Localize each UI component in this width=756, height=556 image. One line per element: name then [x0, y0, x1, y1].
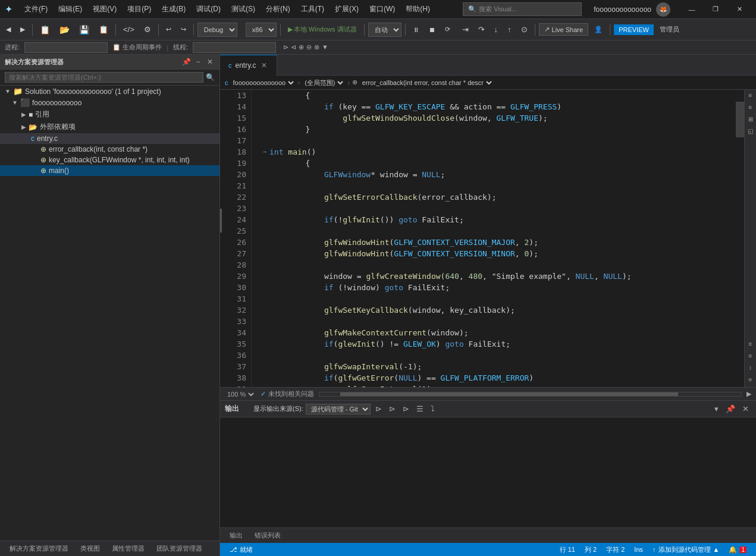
right-icon-6[interactable]: ≡ [745, 353, 756, 363]
editor-tab-entryc[interactable]: c entry.c ✕ [220, 55, 277, 76]
process-input[interactable] [24, 42, 108, 53]
menu-item[interactable]: 扩展(X) [330, 2, 363, 17]
thread-btn4[interactable]: ⊖ [306, 43, 312, 51]
undo-button[interactable]: ↩ [162, 24, 175, 35]
open-file-button[interactable]: 📂 [56, 23, 73, 36]
menu-item[interactable]: 视图(V) [88, 2, 121, 17]
debug-pause-button[interactable]: ⏸ [409, 24, 423, 35]
user-profile-button[interactable]: 👤 [591, 24, 606, 35]
output-action-clear[interactable]: ☰ [414, 403, 426, 414]
debug-step1-button[interactable]: ⇥ [459, 23, 472, 36]
thread-btn5[interactable]: ⊗ [314, 43, 319, 51]
sidebar-item-project[interactable]: ▼ ⬛ foooooooooooo [0, 97, 219, 108]
right-icon-1[interactable]: ≡ [745, 92, 756, 103]
redo-button[interactable]: ↪ [177, 24, 190, 35]
platform-select[interactable]: x86 [246, 23, 277, 37]
sidebar-bottom-tab-classview[interactable]: 类视图 [76, 542, 105, 555]
search-box[interactable]: 🔍 搜索 Visual... [463, 2, 582, 16]
output-minimize-icon[interactable]: ▾ [712, 403, 721, 414]
maximize-button[interactable]: ❐ [704, 0, 727, 19]
user-avatar[interactable]: 🦊 [656, 2, 670, 17]
right-icon-5[interactable]: ≡ [745, 341, 756, 351]
debug-step3-button[interactable]: ↓ [491, 23, 502, 36]
debug-stop-button[interactable]: ⏹ [425, 24, 439, 35]
nav-back-button[interactable]: ◀ [2, 24, 14, 35]
entryc-tab-close[interactable]: ✕ [260, 61, 268, 70]
status-notification[interactable]: 🔔 1 [724, 543, 751, 556]
breadcrumb-scope-select[interactable]: (全局范围) [302, 78, 345, 87]
debug-config-select[interactable]: Debug [197, 23, 237, 37]
menu-item[interactable]: 工具(T) [296, 2, 329, 17]
right-icon-7[interactable]: ↕ [745, 365, 756, 375]
sidebar-item-main[interactable]: ⊕ main() [0, 165, 219, 176]
close-button[interactable]: ✕ [727, 0, 751, 19]
sidebar-close-icon[interactable]: ✕ [205, 57, 215, 67]
sidebar-bottom-tab-solution[interactable]: 解决方案资源管理器 [5, 542, 73, 555]
thread-btn3[interactable]: ⊕ [299, 43, 304, 51]
breadcrumb-symbol-select[interactable]: error_callback(int error, const char * d… [360, 78, 494, 87]
debug-step2-button[interactable]: ↷ [475, 23, 488, 36]
properties-button[interactable]: ⚙ [140, 23, 155, 36]
horizontal-scrollbar[interactable] [319, 392, 742, 397]
right-icon-3[interactable]: ⊞ [745, 116, 756, 127]
output-action-3[interactable]: ⊳ [400, 403, 412, 414]
status-char[interactable]: 字符 2 [601, 543, 629, 556]
zoom-select[interactable]: 100 % [225, 390, 256, 398]
thread-btn6[interactable]: ▼ [322, 43, 328, 51]
output-content[interactable] [220, 417, 756, 527]
status-git-item[interactable]: ⎇ 就绪 [225, 543, 258, 556]
menu-item[interactable]: 调试(D) [192, 2, 225, 17]
manage-button[interactable]: 管理员 [656, 23, 683, 36]
sidebar-bottom-tab-teamexp[interactable]: 团队资源管理器 [152, 542, 207, 555]
code-content[interactable]: { if (key == GLFW_KEY_ESCAPE && action =… [252, 90, 736, 387]
thread-btn1[interactable]: ⊳ [283, 43, 288, 51]
source-control-button[interactable]: </> [120, 23, 138, 36]
sidebar-collapse-icon[interactable]: − [193, 57, 203, 67]
debug-restart-button[interactable]: ⟳ [441, 24, 454, 35]
auto-select[interactable]: 自动 [368, 23, 401, 37]
editor-right-scrollbar[interactable] [736, 90, 744, 387]
right-icon-2[interactable]: ≡ [745, 104, 756, 115]
preview-button[interactable]: PREVIEW [614, 24, 654, 35]
menu-item[interactable]: 文件(F) [20, 2, 52, 17]
save-all-button[interactable]: 📋 [95, 23, 112, 36]
output-tab-output[interactable]: 输出 [225, 529, 247, 542]
debug-step4-button[interactable]: ↑ [504, 23, 515, 36]
menu-item[interactable]: 编辑(E) [54, 2, 87, 17]
scroll-right-btn[interactable]: ▶ [746, 390, 751, 398]
menu-item[interactable]: 项目(P) [123, 2, 156, 17]
lifecycle-btn[interactable]: 📋 生命周期事件 [112, 43, 162, 52]
menu-item[interactable]: 测试(S) [227, 2, 260, 17]
sidebar-item-entryc[interactable]: c entry.c [0, 133, 219, 144]
new-file-button[interactable]: 📋 [36, 23, 54, 36]
sidebar-item-error-cb[interactable]: ⊕ error_callback(int, const char *) [0, 144, 219, 155]
sidebar-item-refs[interactable]: ▶ ■ 引用 [0, 108, 219, 121]
status-add-source[interactable]: ↑ 添加到源代码管理 ▲ [648, 543, 724, 556]
sidebar-item-key-cb[interactable]: ⊕ key_callback(GLFWwindow *, int, int, i… [0, 155, 219, 165]
live-share-button[interactable]: ↗ Live Share [539, 23, 589, 36]
right-icon-8[interactable]: ≡ [745, 376, 756, 387]
sidebar-bottom-tab-propmgr[interactable]: 属性管理器 [107, 542, 149, 555]
thread-input[interactable] [193, 42, 276, 53]
breadcrumb-file-select[interactable]: foooooooooooooo [231, 78, 296, 87]
output-action-wrap[interactable]: ⤵ [428, 403, 437, 414]
sidebar-pin-icon[interactable]: 📌 [181, 57, 191, 67]
menu-item[interactable]: 帮助(H) [401, 2, 435, 17]
output-pin-icon[interactable]: 📌 [723, 403, 738, 414]
nav-forward-button[interactable]: ▶ [17, 24, 29, 35]
output-action-2[interactable]: ⊳ [387, 403, 398, 414]
thread-btn2[interactable]: ⊲ [291, 43, 296, 51]
minimize-button[interactable]: — [680, 0, 704, 19]
right-icon-4[interactable]: ◱ [745, 128, 756, 139]
sidebar-search-input[interactable] [5, 72, 203, 83]
menu-item[interactable]: 窗口(W) [365, 2, 400, 17]
output-close-icon[interactable]: ✕ [740, 403, 751, 414]
status-mode[interactable]: Ins [629, 543, 648, 556]
menu-item[interactable]: 分析(N) [261, 2, 295, 17]
save-button[interactable]: 💾 [76, 23, 93, 36]
fold-icon-18[interactable]: − [261, 146, 268, 158]
output-action-1[interactable]: ⊳ [373, 403, 384, 414]
sidebar-item-solution[interactable]: ▼ 📁 Solution 'foooooooooooooo' (1 of 1 p… [0, 86, 219, 97]
output-source-select[interactable]: 源代码管理 - Git [306, 404, 371, 414]
sidebar-item-extdeps[interactable]: ▶ 📂 外部依赖项 [0, 121, 219, 133]
